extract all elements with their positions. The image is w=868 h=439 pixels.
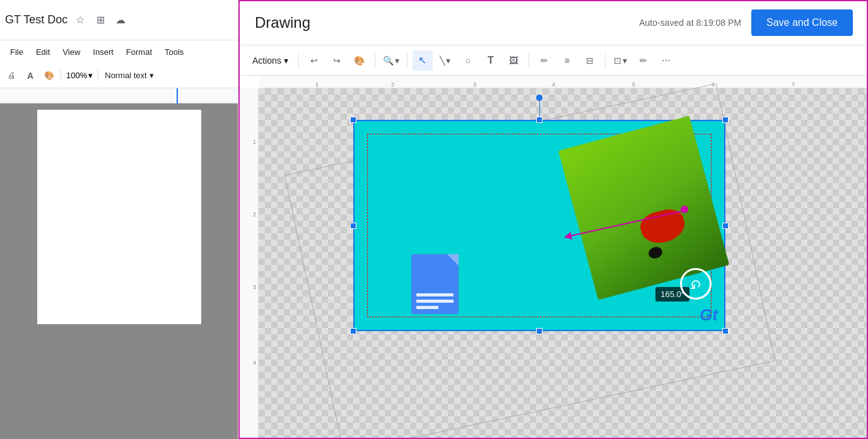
actions-chevron-icon: ▾ <box>284 56 288 66</box>
zoom-drawing-chevron-icon: ▾ <box>395 56 399 66</box>
docs-title: GT Test Doc <box>5 13 67 26</box>
ruler-h-4: 4 <box>552 81 555 88</box>
paint-format-icon[interactable]: A <box>21 67 39 85</box>
dtool-separator-4 <box>529 53 529 68</box>
menu-file[interactable]: File <box>5 45 28 59</box>
format-paint-icon[interactable]: 🎨 <box>40 67 58 85</box>
more-button[interactable]: ⋯ <box>656 50 676 71</box>
crop-chevron-icon: ▾ <box>623 56 627 66</box>
menu-view[interactable]: View <box>57 45 85 59</box>
line-tool-button[interactable]: ╲ ▾ <box>435 50 455 71</box>
normal-text-label: Normal text <box>105 71 146 80</box>
crop-icon: ⊡ <box>614 56 621 66</box>
zoom-drawing-button[interactable]: 🔍 ▾ <box>380 50 402 71</box>
docs-ruler <box>0 88 238 103</box>
ruler-h-1: 1 <box>315 81 319 88</box>
image-tool-button[interactable]: 🖼 <box>503 50 524 71</box>
normal-text-select[interactable]: Normal text ▾ <box>101 69 157 81</box>
docs-toolbar: 🖨 A 🎨 100% ▾ Normal text ▾ <box>0 63 238 88</box>
vertical-ruler: 1 2 3 4 <box>240 88 259 439</box>
gt-watermark: Gt <box>700 305 718 325</box>
select-tool-button[interactable]: ↖ <box>413 50 433 71</box>
paint-format-drawing-icon: 🎨 <box>354 56 365 66</box>
ruler-h-6: 6 <box>712 81 715 88</box>
edit-image-button[interactable]: ✏ <box>633 50 654 71</box>
dtool-separator-5 <box>605 53 606 68</box>
docs-menubar: File Edit View Insert Format Tools <box>0 40 238 63</box>
docs-titlebar: GT Test Doc ☆ ⊞ ☁ <box>0 0 238 40</box>
menu-insert[interactable]: Insert <box>88 45 119 59</box>
shape-tool-button[interactable]: ○ <box>458 50 478 71</box>
ruler-marker <box>177 88 178 103</box>
undo-button[interactable]: ↩ <box>304 50 324 71</box>
print-icon[interactable]: 🖨 <box>3 67 20 85</box>
actions-button[interactable]: Actions ▾ <box>247 53 293 68</box>
handle-bottom-middle[interactable] <box>536 328 542 334</box>
menu-tools[interactable]: Tools <box>160 45 189 59</box>
save-close-button[interactable]: Save and Close <box>751 9 853 36</box>
handle-bottom-left[interactable] <box>350 328 356 334</box>
distribute-icon: ⊟ <box>586 56 594 66</box>
textbox-tool-icon: T <box>488 55 494 66</box>
redo-button[interactable]: ↪ <box>327 50 347 71</box>
rotation-handle[interactable] <box>536 95 542 101</box>
zoom-chevron-icon: ▾ <box>88 71 93 80</box>
drawing-toolbar: Actions ▾ ↩ ↪ 🎨 🔍 ▾ ↖ ╲ ▾ ○ T <box>240 45 868 76</box>
cyan-background-rect: 165.0° ↺ <box>353 120 725 331</box>
docs-title-icons: ☆ ⊞ ☁ <box>73 13 128 28</box>
canvas-background[interactable]: 165.0° ↺ <box>259 88 868 439</box>
textbox-tool-button[interactable]: T <box>481 50 501 71</box>
undo-icon: ↩ <box>310 56 318 66</box>
zoom-select[interactable]: 100% ▾ <box>64 69 95 81</box>
edit-image-icon: ✏ <box>640 56 647 66</box>
dtool-separator-1 <box>298 53 299 68</box>
line-chevron-icon: ▾ <box>446 56 450 66</box>
pencil-tool-icon: ✏ <box>541 56 548 66</box>
docs-page <box>37 110 201 324</box>
dtool-separator-2 <box>375 53 375 68</box>
drawing-header: Drawing Auto-saved at 8:19:08 PM Save an… <box>240 0 868 45</box>
handle-top-left[interactable] <box>350 117 356 123</box>
dtool-separator-3 <box>407 53 408 68</box>
docs-content <box>0 103 238 439</box>
toolbar-separator-2 <box>98 69 98 82</box>
crop-button[interactable]: ⊡ ▾ <box>611 50 631 71</box>
image-tool-icon: 🖼 <box>509 56 518 66</box>
handle-top-right[interactable] <box>722 117 729 123</box>
drawing-title: Drawing <box>255 14 310 32</box>
handle-bottom-right[interactable] <box>722 328 729 334</box>
align-button[interactable]: ≡ <box>557 50 577 71</box>
handle-top-middle[interactable] <box>536 117 542 123</box>
redo-icon: ↪ <box>333 56 341 66</box>
drawing-canvas-area: 1 2 3 4 5 6 7 1 2 3 4 <box>240 76 868 439</box>
ruler-h-3: 3 <box>473 81 476 88</box>
normal-text-chevron-icon: ▾ <box>150 71 154 80</box>
paint-format-drawing-button[interactable]: 🎨 <box>349 50 370 71</box>
bug-head <box>648 245 664 260</box>
handle-middle-right[interactable] <box>722 223 729 229</box>
ruler-v-2: 2 <box>240 211 258 218</box>
ruler-v-3: 3 <box>240 284 258 290</box>
zoom-value: 100% <box>66 71 87 80</box>
bug-body <box>638 206 689 247</box>
folder-icon[interactable]: ⊞ <box>93 13 108 28</box>
shape-tool-icon: ○ <box>466 56 471 66</box>
star-icon[interactable]: ☆ <box>73 13 88 28</box>
toolbar-separator-1 <box>61 69 61 82</box>
pencil-tool-button[interactable]: ✏ <box>534 50 554 71</box>
distribute-button[interactable]: ⊟ <box>580 50 600 71</box>
menu-edit[interactable]: Edit <box>31 45 55 59</box>
cloud-icon[interactable]: ☁ <box>113 13 128 28</box>
select-tool-icon: ↖ <box>418 54 426 66</box>
rotation-circle-icon: ↺ <box>680 268 712 300</box>
handle-middle-left[interactable] <box>350 223 356 229</box>
selected-image-container[interactable]: 165.0° ↺ <box>353 120 725 331</box>
ruler-h-5: 5 <box>632 81 635 88</box>
actions-label: Actions <box>252 56 281 66</box>
ruler-v-4: 4 <box>240 360 258 366</box>
horizontal-ruler: 1 2 3 4 5 6 7 <box>259 76 868 88</box>
align-icon: ≡ <box>565 56 570 66</box>
menu-format[interactable]: Format <box>121 45 157 59</box>
autosave-status: Auto-saved at 8:19:08 PM <box>639 18 741 28</box>
ruler-h-7: 7 <box>792 81 795 88</box>
